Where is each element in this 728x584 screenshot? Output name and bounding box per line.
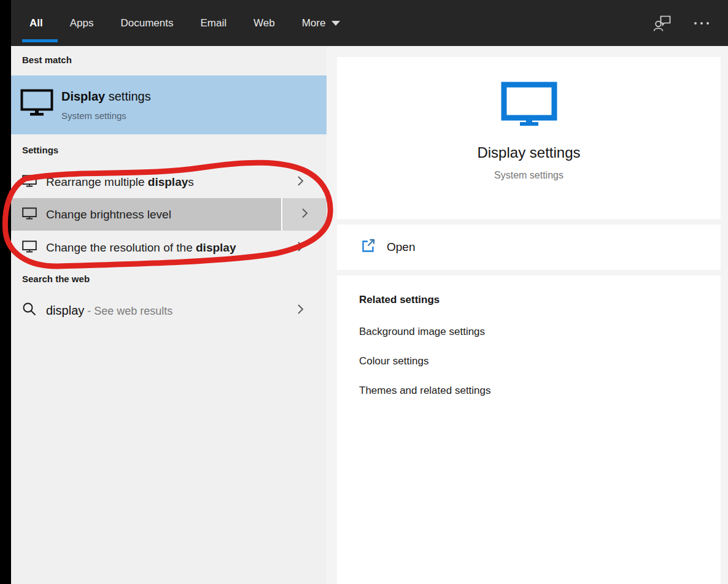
tab-email[interactable]: Email xyxy=(200,17,227,29)
chevron-right-icon xyxy=(297,175,304,189)
left-edge-strip xyxy=(0,0,11,584)
preview-panel: Display settings System settings Open Re… xyxy=(327,46,728,584)
tab-more-label: More xyxy=(302,17,326,29)
related-settings-card: Related settings Background image settin… xyxy=(337,275,721,584)
search-icon xyxy=(22,302,37,319)
monitor-icon xyxy=(22,240,37,255)
best-match-header: Best match xyxy=(22,55,72,65)
row-label-prefix: Change the resolution of the xyxy=(46,241,196,254)
chevron-right-icon xyxy=(297,304,304,318)
tab-web[interactable]: Web xyxy=(254,17,275,29)
tab-apps[interactable]: Apps xyxy=(70,17,94,29)
best-match-text: Display settings System settings xyxy=(61,88,151,121)
related-item-background-image-settings[interactable]: Background image settings xyxy=(359,326,485,338)
filter-tabs: All Apps Documents Email Web More xyxy=(29,0,340,46)
search-the-web-header: Search the web xyxy=(22,274,90,284)
open-external-icon xyxy=(360,238,376,256)
chevron-down-icon xyxy=(331,21,340,26)
row-label-bold: display xyxy=(196,241,236,254)
preview-title: Display settings xyxy=(337,144,721,161)
open-action-row[interactable]: Open xyxy=(337,225,721,270)
settings-header: Settings xyxy=(22,145,58,155)
tab-documents[interactable]: Documents xyxy=(120,17,173,29)
expand-result-button[interactable] xyxy=(282,198,327,231)
monitor-icon xyxy=(501,82,557,128)
setting-row-change-resolution[interactable]: Change the resolution of the display xyxy=(11,231,327,264)
open-action-label: Open xyxy=(387,240,415,254)
search-results-window: All Apps Documents Email Web More xyxy=(0,0,728,584)
chevron-right-icon xyxy=(301,207,308,221)
row-label-bold: display xyxy=(148,175,188,188)
preview-subtitle: System settings xyxy=(337,170,721,181)
feedback-icon[interactable] xyxy=(653,13,672,36)
web-search-result-row[interactable]: display - See web results xyxy=(11,293,327,328)
best-match-title-bold: Display xyxy=(61,90,105,103)
chevron-right-icon xyxy=(297,240,304,255)
setting-row-main-area[interactable]: Change brightness level xyxy=(11,198,281,231)
row-label-prefix: Change brightness level xyxy=(46,208,171,221)
see-web-results-text: - See web results xyxy=(84,305,172,317)
row-label-prefix: Rearrange multiple xyxy=(46,175,148,188)
web-query-text: display xyxy=(46,304,84,317)
related-item-colour-settings[interactable]: Colour settings xyxy=(359,355,428,367)
monitor-icon xyxy=(22,174,37,190)
related-settings-header: Related settings xyxy=(359,294,440,306)
results-panel: Best match Display settings System setti… xyxy=(11,46,327,584)
best-match-result-display-settings[interactable]: Display settings System settings xyxy=(11,75,327,134)
row-label-suffix: s xyxy=(188,175,194,188)
preview-card: Display settings System settings xyxy=(337,57,721,219)
ellipsis-icon[interactable] xyxy=(692,18,712,29)
setting-row-rearrange-multiple-displays[interactable]: Rearrange multiple displays xyxy=(11,166,327,198)
active-tab-indicator xyxy=(22,39,58,42)
best-match-title-rest: settings xyxy=(105,90,150,103)
search-filter-bar: All Apps Documents Email Web More xyxy=(0,0,728,46)
tab-all[interactable]: All xyxy=(29,17,43,29)
best-match-subtitle: System settings xyxy=(61,110,151,121)
setting-row-change-brightness-level[interactable]: Change brightness level xyxy=(11,198,327,231)
monitor-icon xyxy=(22,207,37,222)
monitor-icon xyxy=(20,88,53,120)
related-item-themes-settings[interactable]: Themes and related settings xyxy=(359,385,491,397)
tab-more[interactable]: More xyxy=(302,17,341,29)
